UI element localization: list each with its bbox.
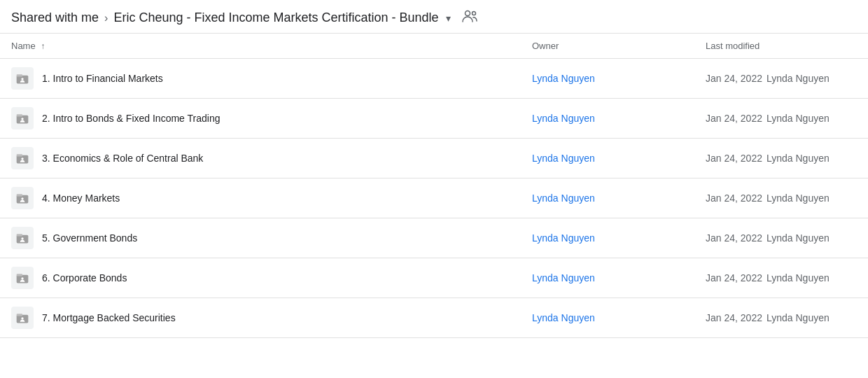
file-name[interactable]: 5. Government Bonds	[42, 232, 137, 244]
owner-cell-3: Lynda Nguyen	[521, 139, 694, 178]
modified-cell-4: Jan 24, 2022Lynda Nguyen	[694, 178, 868, 218]
table-row[interactable]: 4. Money Markets Lynda NguyenJan 24, 202…	[0, 178, 868, 218]
file-name[interactable]: 7. Mortgage Backed Securities	[42, 312, 176, 323]
modified-cell-2: Jan 24, 2022Lynda Nguyen	[694, 99, 868, 139]
modified-cell-5: Jan 24, 2022Lynda Nguyen	[694, 218, 868, 258]
svg-rect-6	[17, 114, 22, 116]
name-cell-4: 4. Money Markets	[0, 178, 521, 218]
folder-icon	[11, 267, 34, 289]
svg-point-16	[21, 237, 23, 239]
folder-dropdown-icon[interactable]: ▾	[446, 13, 451, 24]
modified-date: Jan 24, 2022	[706, 272, 762, 284]
breadcrumb-chevron-icon: ›	[104, 12, 108, 24]
svg-point-4	[21, 78, 23, 80]
table-row[interactable]: 7. Mortgage Backed Securities Lynda Nguy…	[0, 298, 868, 338]
modified-date: Jan 24, 2022	[706, 312, 762, 323]
current-folder-name: Eric Cheung - Fixed Income Markets Certi…	[113, 10, 438, 25]
owner-cell-7: Lynda Nguyen	[521, 298, 694, 338]
folder-icon	[11, 227, 34, 249]
folder-icon	[11, 307, 34, 329]
svg-rect-15	[17, 234, 22, 236]
modified-date: Jan 24, 2022	[706, 232, 762, 244]
svg-point-19	[21, 277, 23, 279]
svg-point-0	[465, 11, 470, 16]
modified-cell-7: Jan 24, 2022Lynda Nguyen	[694, 298, 868, 338]
svg-point-22	[21, 317, 23, 319]
folder-icon	[11, 67, 34, 90]
modified-date: Jan 24, 2022	[706, 113, 762, 124]
name-cell-2: 2. Intro to Bonds & Fixed Income Trading	[0, 99, 521, 139]
table-row[interactable]: 1. Intro to Financial Markets Lynda Nguy…	[0, 59, 868, 99]
file-name[interactable]: 3. Economics & Role of Central Bank	[42, 153, 203, 164]
svg-rect-3	[17, 74, 22, 76]
modified-by: Lynda Nguyen	[766, 153, 830, 164]
svg-point-13	[21, 197, 23, 200]
owner-cell-1: Lynda Nguyen	[521, 59, 694, 99]
name-cell-5: 5. Government Bonds	[0, 218, 521, 258]
modified-date: Jan 24, 2022	[706, 153, 762, 164]
table-row[interactable]: 6. Corporate Bonds Lynda NguyenJan 24, 2…	[0, 258, 868, 298]
modified-by: Lynda Nguyen	[766, 192, 830, 204]
column-header-last-modified[interactable]: Last modified	[694, 34, 868, 59]
name-cell-7: 7. Mortgage Backed Securities	[0, 298, 521, 338]
name-cell-1: 1. Intro to Financial Markets	[0, 59, 521, 99]
svg-rect-9	[17, 154, 22, 156]
modified-by: Lynda Nguyen	[766, 232, 830, 244]
file-name[interactable]: 1. Intro to Financial Markets	[42, 73, 163, 84]
table-row[interactable]: 2. Intro to Bonds & Fixed Income Trading…	[0, 99, 868, 139]
svg-rect-18	[17, 274, 22, 276]
shared-with-me-link[interactable]: Shared with me	[11, 10, 99, 25]
svg-rect-12	[17, 194, 22, 196]
name-cell-6: 6. Corporate Bonds	[0, 258, 521, 298]
table-row[interactable]: 3. Economics & Role of Central Bank Lynd…	[0, 139, 868, 178]
file-name[interactable]: 2. Intro to Bonds & Fixed Income Trading	[42, 113, 220, 124]
owner-cell-4: Lynda Nguyen	[521, 178, 694, 218]
breadcrumb: Shared with me › Eric Cheung - Fixed Inc…	[0, 0, 868, 34]
folder-icon	[11, 147, 34, 169]
folder-icon	[11, 187, 34, 209]
people-icon[interactable]	[462, 10, 477, 26]
file-name[interactable]: 6. Corporate Bonds	[42, 272, 127, 284]
modified-date: Jan 24, 2022	[706, 192, 762, 204]
svg-point-10	[21, 158, 23, 160]
modified-cell-6: Jan 24, 2022Lynda Nguyen	[694, 258, 868, 298]
table-row[interactable]: 5. Government Bonds Lynda NguyenJan 24, …	[0, 218, 868, 258]
svg-point-7	[21, 118, 23, 120]
owner-cell-5: Lynda Nguyen	[521, 218, 694, 258]
modified-by: Lynda Nguyen	[766, 272, 830, 284]
column-header-owner[interactable]: Owner	[521, 34, 694, 59]
table-header-row: Name ↑ Owner Last modified	[0, 34, 868, 59]
modified-by: Lynda Nguyen	[766, 113, 830, 124]
column-header-name[interactable]: Name ↑	[0, 34, 521, 59]
file-table: Name ↑ Owner Last modified	[0, 34, 868, 338]
modified-date: Jan 24, 2022	[706, 73, 762, 84]
svg-rect-21	[17, 314, 22, 316]
owner-cell-2: Lynda Nguyen	[521, 99, 694, 139]
modified-cell-1: Jan 24, 2022Lynda Nguyen	[694, 59, 868, 99]
modified-cell-3: Jan 24, 2022Lynda Nguyen	[694, 139, 868, 178]
file-name[interactable]: 4. Money Markets	[42, 192, 120, 204]
name-cell-3: 3. Economics & Role of Central Bank	[0, 139, 521, 178]
modified-by: Lynda Nguyen	[766, 312, 830, 323]
svg-point-1	[472, 12, 475, 15]
folder-icon	[11, 107, 34, 130]
owner-cell-6: Lynda Nguyen	[521, 258, 694, 298]
sort-arrow-icon: ↑	[41, 41, 45, 51]
modified-by: Lynda Nguyen	[766, 73, 830, 84]
